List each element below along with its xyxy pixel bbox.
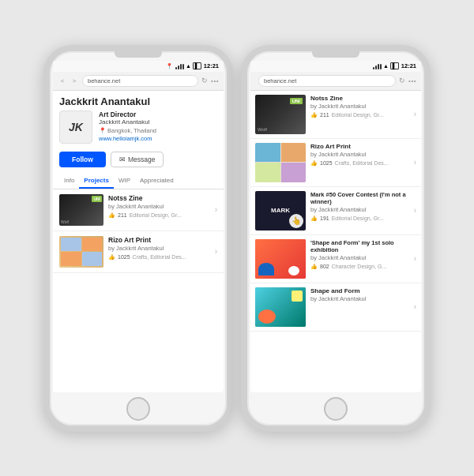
action-buttons: Follow ✉ Message (53, 148, 224, 171)
project-category-r1: Editorial Design, Gr... (332, 112, 384, 118)
message-button[interactable]: ✉ Message (111, 152, 164, 167)
tab-wip[interactable]: WIP (114, 174, 135, 189)
project-likes-1: 211 (118, 212, 127, 218)
project-likes-r1: 211 (320, 112, 329, 118)
project-meta-r3: 👍 191 Editorial Design, Gr... (310, 216, 409, 222)
project-item-r5[interactable]: Shape and Form by Jackkrit Anantakul › (250, 283, 421, 332)
profile-subname: Jackkrit Anantakul (99, 118, 217, 126)
project-info-r1: Notss Zine by Jackkrit Anantakul 👍 211 E… (310, 95, 409, 118)
profile-url[interactable]: www.helloiamjk.com (99, 135, 217, 142)
project-author-1: by Jackkrit Anantakul (108, 203, 210, 210)
project-author-r3: by Jackkrit Anantakul (310, 206, 409, 213)
more-button-right[interactable]: ••• (408, 77, 416, 84)
project-thumb-r2 (255, 143, 306, 182)
signal-bars-right (373, 63, 382, 69)
wifi-icon: ▲ (186, 63, 191, 69)
project-thumb-r5 (255, 287, 306, 327)
status-bar-right: ▲ ▌ 12:21 (250, 61, 421, 72)
status-icons-right: ▲ ▌ (373, 62, 399, 69)
project-title-r3: Mark #50 Cover Contest (I'm not a winner… (310, 191, 409, 205)
project-author-r4: by Jackkrit Anantakul (310, 254, 409, 261)
project-thumb-r1: UNI Wolf (255, 95, 306, 134)
project-arrow-2: › (215, 247, 217, 256)
project-author-r5: by Jackkrit Anantakul (310, 295, 409, 302)
project-item-r4[interactable]: 'Shape and Form' my 1st solo exhibition … (250, 235, 421, 283)
like-icon-2: 👍 (108, 254, 115, 260)
project-title-1: Notss Zine (108, 194, 210, 202)
project-item-2[interactable]: Rizo Art Print by Jackkrit Anantakul 👍 1… (53, 231, 224, 273)
browser-bar-right: behance.net ↻ ••• (250, 72, 421, 91)
project-author-2: by Jackkrit Anantakul (108, 245, 210, 252)
phone-right: ▲ ▌ 12:21 behance.net ↻ ••• UNI Wolf (241, 45, 431, 432)
battery-icon: ▌ (193, 62, 201, 69)
message-icon: ✉ (119, 156, 126, 163)
url-bar-left[interactable]: behance.net (82, 75, 198, 87)
project-category-1: Editorial Design, Gr... (130, 212, 182, 218)
more-button[interactable]: ••• (211, 77, 219, 84)
project-meta-1: 👍 211 Editorial Design, Gr... (108, 212, 210, 219)
project-author-r1: by Jackkrit Anantakul (310, 103, 409, 110)
project-info-r2: Rizo Art Print by Jackkrit Anantakul 👍 1… (310, 143, 409, 167)
project-thumb-1: UNI Wolf (59, 194, 103, 226)
project-arrow-r1: › (414, 110, 416, 118)
project-item-r1[interactable]: UNI Wolf Notss Zine by Jackkrit Anantaku… (250, 91, 421, 139)
tab-info[interactable]: Info (59, 174, 79, 189)
project-likes-r3: 191 (320, 216, 329, 221)
wifi-icon-right: ▲ (383, 63, 389, 69)
profile-name: Jackkrit Anantakul (53, 91, 224, 111)
follow-button[interactable]: Follow (59, 152, 106, 167)
project-thumb-2 (59, 236, 103, 268)
project-item-r2[interactable]: Rizo Art Print by Jackkrit Anantakul 👍 1… (250, 139, 421, 187)
tab-projects[interactable]: Projects (79, 174, 114, 189)
time-right: 12:21 (401, 62, 416, 69)
project-title-r5: Shape and Form (310, 287, 409, 294)
tab-bar: Info Projects WIP Appreciated (53, 174, 224, 189)
project-title-r2: Rizo Art Print (310, 143, 409, 150)
like-icon-r3: 👍 (310, 216, 318, 222)
profile-info: JK Art Director Jackkrit Anantakul 📍 Ban… (53, 111, 224, 148)
project-meta-2: 👍 1025 Crafts, Editorial Des... (108, 254, 210, 260)
url-bar-right[interactable]: behance.net (258, 75, 396, 87)
status-bar-left: 📍 ▲ ▌ 12:21 (53, 61, 224, 72)
project-item-r3[interactable]: MARK 👆 Mark #50 Cover Contest (I'm not a… (250, 187, 421, 235)
browser-nav: < > (58, 76, 79, 85)
project-info-2: Rizo Art Print by Jackkrit Anantakul 👍 1… (108, 236, 210, 260)
project-category-r2: Crafts, Editorial Des... (335, 160, 389, 166)
browser-bar-left: < > behance.net ↻ ••• (53, 72, 224, 91)
project-likes-r4: 802 (320, 264, 329, 269)
project-item[interactable]: UNI Wolf Notss Zine by Jackkrit Anantaku… (53, 189, 224, 231)
project-thumb-r4 (255, 239, 306, 279)
project-title-2: Rizo Art Print (108, 236, 210, 244)
project-meta-r2: 👍 1025 Crafts, Editorial Des... (310, 160, 409, 167)
screen-right: ▲ ▌ 12:21 behance.net ↻ ••• UNI Wolf (250, 61, 421, 392)
forward-button[interactable]: > (70, 76, 79, 85)
home-button-right[interactable] (324, 397, 348, 421)
status-icons-left: ▲ ▌ (175, 62, 201, 69)
profile-details: Art Director Jackkrit Anantakul 📍 Bangko… (99, 111, 217, 142)
tab-appreciated[interactable]: Appreciated (135, 174, 179, 189)
signal-bars (175, 63, 184, 69)
refresh-button-right[interactable]: ↻ (399, 77, 405, 84)
back-button[interactable]: < (58, 76, 67, 85)
project-list-left: UNI Wolf Notss Zine by Jackkrit Anantaku… (53, 189, 224, 392)
project-meta-r1: 👍 211 Editorial Design, Gr... (310, 112, 409, 118)
project-meta-r4: 👍 802 Character Design, G... (310, 264, 409, 270)
project-info-1: Notss Zine by Jackkrit Anantakul 👍 211 E… (108, 194, 210, 219)
refresh-button[interactable]: ↻ (201, 77, 208, 84)
like-icon-1: 👍 (108, 212, 115, 219)
like-icon-r1: 👍 (310, 112, 318, 118)
project-info-r4: 'Shape and Form' my 1st solo exhibition … (310, 239, 409, 270)
project-author-r2: by Jackkrit Anantakul (310, 151, 409, 158)
project-list-right: UNI Wolf Notss Zine by Jackkrit Anantaku… (250, 91, 421, 392)
project-likes-r2: 1025 (320, 160, 333, 166)
project-category-2: Crafts, Editorial Des... (133, 254, 186, 260)
like-icon-r2: 👍 (310, 160, 318, 167)
location-icon: 📍 (166, 63, 173, 69)
home-button-left[interactable] (126, 397, 150, 421)
project-arrow-r5: › (414, 302, 416, 311)
project-info-r5: Shape and Form by Jackkrit Anantakul (310, 287, 409, 302)
time-left: 12:21 (204, 62, 219, 69)
phone-left: 📍 ▲ ▌ 12:21 < > (43, 45, 233, 432)
project-arrow-r2: › (414, 158, 416, 167)
screen-left: 📍 ▲ ▌ 12:21 < > (53, 61, 224, 392)
